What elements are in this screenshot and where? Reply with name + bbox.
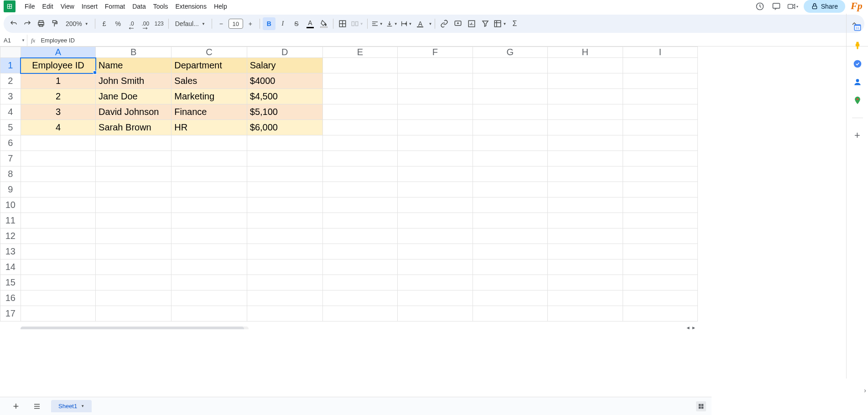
cell-H11[interactable] [548, 213, 623, 228]
cell-I2[interactable] [623, 73, 697, 89]
redo-button[interactable] [21, 17, 34, 30]
row-header-4[interactable]: 4 [0, 104, 21, 120]
row-header-9[interactable]: 9 [0, 182, 21, 197]
cell-C2[interactable]: Sales [172, 73, 247, 89]
row-header-13[interactable]: 13 [0, 244, 21, 259]
cell-B17[interactable] [96, 306, 172, 322]
cell-H4[interactable] [548, 104, 623, 120]
cell-A8[interactable] [21, 166, 95, 182]
side-panel-toggle[interactable]: › [864, 387, 866, 394]
cell-B12[interactable] [96, 228, 172, 244]
borders-button[interactable] [336, 17, 349, 30]
cell-B13[interactable] [96, 244, 172, 259]
col-header-F[interactable]: F [398, 47, 473, 58]
decrease-decimals-button[interactable]: .0 [125, 17, 138, 30]
cell-G10[interactable] [473, 197, 547, 213]
cell-E6[interactable] [322, 135, 397, 151]
cell-D15[interactable] [247, 275, 322, 290]
font-size-input[interactable]: 10 [229, 19, 243, 29]
cell-I16[interactable] [623, 290, 697, 306]
account-logo-icon[interactable]: Fp [851, 0, 863, 13]
cell-H6[interactable] [548, 135, 623, 151]
cell-A12[interactable] [21, 228, 95, 244]
cell-B11[interactable] [96, 213, 172, 228]
cell-E17[interactable] [322, 306, 397, 322]
cell-D17[interactable] [247, 306, 322, 322]
menu-data[interactable]: Data [129, 1, 150, 12]
horizontal-scroll-buttons[interactable]: ◄ ► [686, 325, 696, 329]
cell-E3[interactable] [322, 89, 397, 104]
row-header-5[interactable]: 5 [0, 120, 21, 135]
cell-A14[interactable] [21, 259, 95, 275]
wrap-button[interactable]: ▼ [400, 17, 413, 30]
menu-edit[interactable]: Edit [39, 1, 57, 12]
cell-G8[interactable] [473, 166, 547, 182]
col-header-D[interactable]: D [247, 47, 322, 58]
cell-G11[interactable] [473, 213, 547, 228]
cell-H17[interactable] [548, 306, 623, 322]
cell-D1[interactable]: Salary [247, 58, 322, 73]
cell-C17[interactable] [172, 306, 247, 322]
row-header-2[interactable]: 2 [0, 73, 21, 89]
cell-H3[interactable] [548, 89, 623, 104]
cell-B7[interactable] [96, 151, 172, 166]
cell-B4[interactable]: David Johnson [96, 104, 172, 120]
cell-A4[interactable]: 3 [21, 104, 95, 120]
maps-icon[interactable] [853, 96, 862, 105]
row-header-17[interactable]: 17 [0, 306, 21, 322]
cell-A15[interactable] [21, 275, 95, 290]
cell-F5[interactable] [398, 120, 473, 135]
add-sheet-button[interactable]: + [9, 399, 23, 413]
chart-button[interactable] [465, 17, 478, 30]
font-size-increase[interactable]: + [244, 17, 257, 30]
add-ons-icon[interactable]: + [853, 131, 862, 140]
cell-A9[interactable] [21, 182, 95, 197]
cell-B5[interactable]: Sarah Brown [96, 120, 172, 135]
text-color-button[interactable]: A [304, 17, 317, 30]
cell-G12[interactable] [473, 228, 547, 244]
cell-C14[interactable] [172, 259, 247, 275]
cell-B3[interactable]: Jane Doe [96, 89, 172, 104]
cell-G4[interactable] [473, 104, 547, 120]
cell-F14[interactable] [398, 259, 473, 275]
meet-icon[interactable]: ▾ [787, 1, 798, 12]
cell-I8[interactable] [623, 166, 697, 182]
cell-G1[interactable] [473, 58, 547, 73]
cell-C3[interactable]: Marketing [172, 89, 247, 104]
cell-C13[interactable] [172, 244, 247, 259]
paint-format-button[interactable] [48, 17, 61, 30]
cell-D7[interactable] [247, 151, 322, 166]
cell-H8[interactable] [548, 166, 623, 182]
menu-help[interactable]: Help [210, 1, 231, 12]
cell-F15[interactable] [398, 275, 473, 290]
cell-D6[interactable] [247, 135, 322, 151]
cell-E2[interactable] [322, 73, 397, 89]
functions-button[interactable]: Σ [508, 17, 521, 30]
cell-A16[interactable] [21, 290, 95, 306]
horizontal-align-button[interactable]: ▼ [370, 17, 384, 30]
calendar-icon[interactable]: 31 [853, 23, 862, 32]
cell-H7[interactable] [548, 151, 623, 166]
cell-F12[interactable] [398, 228, 473, 244]
col-header-H[interactable]: H [548, 47, 623, 58]
cell-H5[interactable] [548, 120, 623, 135]
cell-B2[interactable]: John Smith [96, 73, 172, 89]
cell-F17[interactable] [398, 306, 473, 322]
cell-E7[interactable] [322, 151, 397, 166]
row-header-8[interactable]: 8 [0, 166, 21, 182]
cell-I14[interactable] [623, 259, 697, 275]
cell-E8[interactable] [322, 166, 397, 182]
col-header-G[interactable]: G [473, 47, 547, 58]
cell-F1[interactable] [398, 58, 473, 73]
cell-G6[interactable] [473, 135, 547, 151]
merge-button[interactable]: ▼ [350, 17, 364, 30]
cell-I6[interactable] [623, 135, 697, 151]
cell-F3[interactable] [398, 89, 473, 104]
sheet-tab-menu-icon[interactable]: ▼ [81, 404, 84, 408]
explore-button[interactable] [696, 401, 706, 411]
row-header-11[interactable]: 11 [0, 213, 21, 228]
cell-G3[interactable] [473, 89, 547, 104]
cell-A6[interactable] [21, 135, 95, 151]
cell-F11[interactable] [398, 213, 473, 228]
percent-button[interactable]: % [112, 17, 125, 30]
